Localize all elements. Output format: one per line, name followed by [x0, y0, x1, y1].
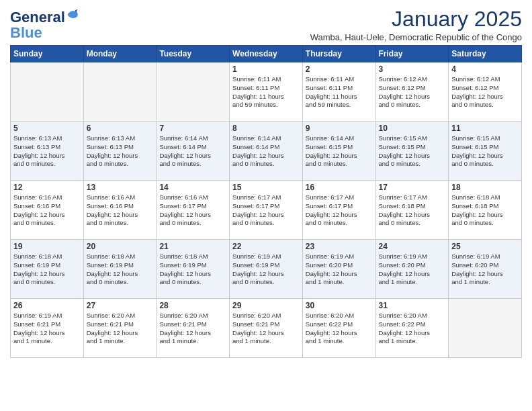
calendar-cell: 12Sunrise: 6:16 AMSunset: 6:16 PMDayligh… [11, 181, 84, 240]
calendar-cell [83, 62, 157, 122]
day-number: 19 [13, 242, 81, 251]
calendar-cell: 22Sunrise: 6:19 AMSunset: 6:19 PMDayligh… [230, 240, 303, 299]
day-info: Sunrise: 6:19 AMSunset: 6:20 PMDaylight:… [379, 253, 446, 287]
calendar-cell: 25Sunrise: 6:19 AMSunset: 6:20 PMDayligh… [449, 240, 522, 299]
calendar-cell: 26Sunrise: 6:19 AMSunset: 6:21 PMDayligh… [11, 299, 84, 358]
logo-text-general: General [10, 9, 65, 26]
calendar-cell: 17Sunrise: 6:17 AMSunset: 6:18 PMDayligh… [375, 181, 449, 240]
calendar-cell [11, 62, 84, 122]
calendar-cell: 31Sunrise: 6:20 AMSunset: 6:22 PMDayligh… [375, 299, 449, 358]
day-info: Sunrise: 6:19 AMSunset: 6:20 PMDaylight:… [306, 253, 373, 287]
calendar-cell: 10Sunrise: 6:15 AMSunset: 6:15 PMDayligh… [375, 122, 449, 181]
calendar-header-thursday: Thursday [302, 46, 375, 62]
day-info: Sunrise: 6:18 AMSunset: 6:18 PMDaylight:… [451, 193, 519, 228]
calendar-cell: 23Sunrise: 6:19 AMSunset: 6:20 PMDayligh… [302, 240, 375, 299]
day-info: Sunrise: 6:20 AMSunset: 6:21 PMDaylight:… [87, 312, 154, 346]
calendar-cell: 13Sunrise: 6:16 AMSunset: 6:16 PMDayligh… [83, 181, 157, 240]
calendar-cell: 15Sunrise: 6:17 AMSunset: 6:17 PMDayligh… [230, 181, 303, 240]
day-number: 14 [159, 183, 226, 192]
logo: General Blue [10, 9, 79, 42]
day-number: 13 [87, 183, 154, 192]
day-info: Sunrise: 6:12 AMSunset: 6:12 PMDaylight:… [379, 75, 446, 109]
day-number: 15 [232, 183, 300, 192]
day-info: Sunrise: 6:14 AMSunset: 6:14 PMDaylight:… [159, 134, 226, 169]
day-info: Sunrise: 6:19 AMSunset: 6:21 PMDaylight:… [13, 312, 81, 346]
day-number: 6 [87, 124, 154, 133]
calendar-week-row: 26Sunrise: 6:19 AMSunset: 6:21 PMDayligh… [11, 299, 522, 358]
day-number: 25 [451, 242, 519, 251]
day-info: Sunrise: 6:17 AMSunset: 6:18 PMDaylight:… [379, 193, 446, 228]
calendar-cell: 5Sunrise: 6:13 AMSunset: 6:13 PMDaylight… [11, 122, 84, 181]
calendar-cell: 8Sunrise: 6:14 AMSunset: 6:14 PMDaylight… [230, 122, 303, 181]
calendar-week-row: 19Sunrise: 6:18 AMSunset: 6:19 PMDayligh… [11, 240, 522, 299]
day-info: Sunrise: 6:18 AMSunset: 6:19 PMDaylight:… [159, 253, 226, 287]
day-info: Sunrise: 6:17 AMSunset: 6:17 PMDaylight:… [306, 193, 373, 228]
day-info: Sunrise: 6:13 AMSunset: 6:13 PMDaylight:… [13, 134, 81, 169]
day-number: 21 [159, 242, 226, 251]
day-info: Sunrise: 6:19 AMSunset: 6:20 PMDaylight:… [451, 253, 519, 287]
day-info: Sunrise: 6:20 AMSunset: 6:21 PMDaylight:… [159, 312, 226, 346]
day-info: Sunrise: 6:16 AMSunset: 6:16 PMDaylight:… [87, 193, 154, 228]
day-info: Sunrise: 6:11 AMSunset: 6:11 PMDaylight:… [306, 75, 373, 109]
day-info: Sunrise: 6:16 AMSunset: 6:17 PMDaylight:… [159, 193, 226, 228]
day-number: 9 [306, 124, 373, 133]
day-info: Sunrise: 6:14 AMSunset: 6:14 PMDaylight:… [232, 134, 300, 169]
calendar-cell: 18Sunrise: 6:18 AMSunset: 6:18 PMDayligh… [449, 181, 522, 240]
day-number: 2 [306, 64, 373, 74]
calendar-cell: 30Sunrise: 6:20 AMSunset: 6:22 PMDayligh… [302, 299, 375, 358]
calendar-cell: 27Sunrise: 6:20 AMSunset: 6:21 PMDayligh… [83, 299, 157, 358]
calendar-cell: 7Sunrise: 6:14 AMSunset: 6:14 PMDaylight… [157, 122, 230, 181]
day-info: Sunrise: 6:15 AMSunset: 6:15 PMDaylight:… [451, 134, 519, 169]
day-number: 10 [379, 124, 446, 133]
calendar-cell: 21Sunrise: 6:18 AMSunset: 6:19 PMDayligh… [157, 240, 230, 299]
day-number: 23 [306, 242, 373, 251]
day-number: 17 [379, 183, 446, 192]
calendar-cell: 9Sunrise: 6:14 AMSunset: 6:15 PMDaylight… [302, 122, 375, 181]
day-number: 28 [159, 301, 226, 310]
calendar-cell: 19Sunrise: 6:18 AMSunset: 6:19 PMDayligh… [11, 240, 84, 299]
calendar-cell: 11Sunrise: 6:15 AMSunset: 6:15 PMDayligh… [449, 122, 522, 181]
day-info: Sunrise: 6:16 AMSunset: 6:16 PMDaylight:… [13, 193, 81, 228]
page: General Blue January 2025 Wamba, Haut-Ue… [0, 0, 532, 411]
calendar-header-tuesday: Tuesday [157, 46, 230, 62]
day-number: 16 [306, 183, 373, 192]
calendar-header-wednesday: Wednesday [230, 46, 303, 62]
calendar-cell: 4Sunrise: 6:12 AMSunset: 6:12 PMDaylight… [449, 62, 522, 122]
calendar-cell: 28Sunrise: 6:20 AMSunset: 6:21 PMDayligh… [157, 299, 230, 358]
calendar-cell [449, 299, 522, 358]
calendar-header-sunday: Sunday [11, 46, 84, 62]
logo-text-blue: Blue [10, 24, 79, 42]
day-info: Sunrise: 6:12 AMSunset: 6:12 PMDaylight:… [451, 75, 519, 109]
day-number: 22 [232, 242, 300, 251]
logo-icon [66, 8, 79, 20]
day-info: Sunrise: 6:18 AMSunset: 6:19 PMDaylight:… [87, 253, 154, 287]
day-number: 18 [451, 183, 519, 192]
calendar-cell: 24Sunrise: 6:19 AMSunset: 6:20 PMDayligh… [375, 240, 449, 299]
day-number: 11 [451, 124, 519, 133]
calendar-header-monday: Monday [83, 46, 157, 62]
calendar-week-row: 12Sunrise: 6:16 AMSunset: 6:16 PMDayligh… [11, 181, 522, 240]
day-info: Sunrise: 6:20 AMSunset: 6:21 PMDaylight:… [232, 312, 300, 346]
day-info: Sunrise: 6:14 AMSunset: 6:15 PMDaylight:… [306, 134, 373, 169]
day-info: Sunrise: 6:11 AMSunset: 6:11 PMDaylight:… [232, 75, 300, 109]
calendar-cell [157, 62, 230, 122]
day-number: 12 [13, 183, 81, 192]
day-number: 24 [379, 242, 446, 251]
calendar-header-row: SundayMondayTuesdayWednesdayThursdayFrid… [11, 46, 522, 62]
day-number: 8 [232, 124, 300, 133]
calendar-header-friday: Friday [375, 46, 449, 62]
day-number: 7 [159, 124, 226, 133]
title-block: January 2025 Wamba, Haut-Uele, Democrati… [310, 7, 522, 42]
calendar-cell: 6Sunrise: 6:13 AMSunset: 6:13 PMDaylight… [83, 122, 157, 181]
calendar-cell: 29Sunrise: 6:20 AMSunset: 6:21 PMDayligh… [230, 299, 303, 358]
day-number: 27 [87, 301, 154, 310]
calendar-cell: 3Sunrise: 6:12 AMSunset: 6:12 PMDaylight… [375, 62, 449, 122]
subtitle: Wamba, Haut-Uele, Democratic Republic of… [310, 32, 522, 42]
month-title: January 2025 [310, 7, 522, 32]
day-info: Sunrise: 6:15 AMSunset: 6:15 PMDaylight:… [379, 134, 446, 169]
calendar-week-row: 5Sunrise: 6:13 AMSunset: 6:13 PMDaylight… [11, 122, 522, 181]
calendar-week-row: 1Sunrise: 6:11 AMSunset: 6:11 PMDaylight… [11, 62, 522, 122]
day-info: Sunrise: 6:17 AMSunset: 6:17 PMDaylight:… [232, 193, 300, 228]
calendar-header-saturday: Saturday [449, 46, 522, 62]
day-number: 26 [13, 301, 81, 310]
